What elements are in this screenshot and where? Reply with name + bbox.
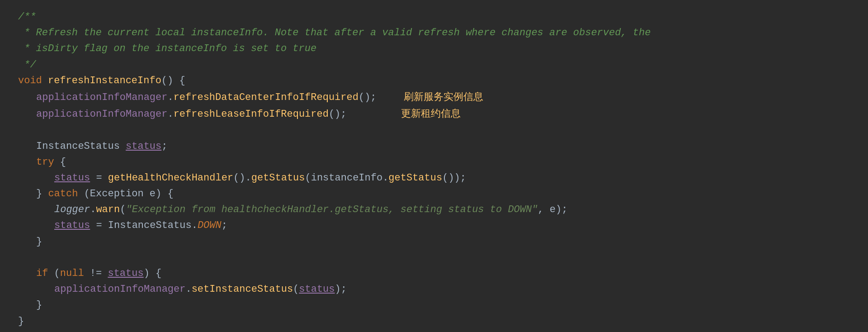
dot5: . xyxy=(185,281,191,297)
keyword-try: try xyxy=(36,154,60,170)
dot2: . xyxy=(167,106,173,122)
method-getstatus1: getStatus xyxy=(251,170,305,186)
brace-close3: } xyxy=(36,297,42,313)
code-line-6: applicationInfoManager.refreshDataCenter… xyxy=(18,89,850,105)
method-refresh-lease: refreshLeaseInfoIfRequired xyxy=(174,106,329,122)
code-line-11: status = getHealthCheckHandler().getStat… xyxy=(18,170,850,186)
paren2: ( xyxy=(305,170,311,186)
method-setinstancestatus: setInstanceStatus xyxy=(192,281,293,297)
paren-open: () { xyxy=(161,73,185,89)
code-line-10: try { xyxy=(18,154,850,170)
aim-ref3: applicationInfoManager xyxy=(54,281,185,297)
dot1: . xyxy=(167,90,173,105)
var-status2: status xyxy=(54,170,90,186)
code-line-14: status = InstanceStatus.DOWN; xyxy=(18,218,850,233)
code-view: /** * Refresh the current local instance… xyxy=(0,0,868,332)
method-refresh: refreshInstanceInfo xyxy=(48,73,161,89)
call1: (); xyxy=(359,90,377,105)
var-status1: status xyxy=(126,138,161,154)
code-line-16 xyxy=(18,250,850,266)
paren7: ) { xyxy=(144,266,162,281)
empty-line8 xyxy=(18,122,24,138)
paren5: ( xyxy=(120,202,126,218)
code-line-3: * isDirty flag on the instanceInfo is se… xyxy=(18,41,850,57)
code-line-7: applicationInfoManager.refreshLeaseInfoI… xyxy=(18,105,850,122)
comment-close: */ xyxy=(18,57,36,73)
var-status4: status xyxy=(108,266,143,281)
code-line-15: } xyxy=(18,234,850,250)
brace-close4: } xyxy=(18,313,24,329)
paren8: ( xyxy=(293,281,299,297)
method-warn: warn xyxy=(96,202,120,218)
paren4: ( xyxy=(84,186,90,202)
classname-exception: Exception xyxy=(90,186,150,202)
code-line-17: if (null != status) { xyxy=(18,266,850,281)
annotation-lease: 更新租约信息 xyxy=(401,105,461,121)
code-line-18: applicationInfoManager.setInstanceStatus… xyxy=(18,281,850,297)
param-e: e) { xyxy=(150,186,174,202)
aim-ref1: applicationInfoManager xyxy=(36,90,167,105)
code-line-2: * Refresh the current local instanceInfo… xyxy=(18,25,850,41)
comment-line2: * Refresh the current local instanceInfo… xyxy=(18,25,651,41)
dot3: . xyxy=(382,170,388,186)
paren1: (). xyxy=(233,170,251,186)
assign2: = xyxy=(90,218,108,233)
string-warn: "Exception from healthcheckHandler.getSt… xyxy=(126,202,538,218)
call2: (); xyxy=(329,106,347,122)
keyword-null: null xyxy=(60,266,90,281)
paren3: ()); xyxy=(442,170,466,186)
method-refresh-dc: refreshDataCenterInfoIfRequired xyxy=(174,90,359,105)
code-line-1: /** xyxy=(18,9,850,25)
semicolon2: ; xyxy=(222,218,227,233)
code-line-9: InstanceStatus status; xyxy=(18,138,850,154)
var-status3: status xyxy=(54,218,90,233)
code-line-5: void refreshInstanceInfo() { xyxy=(18,73,850,89)
method-gethch: getHealthCheckHandler xyxy=(108,170,233,186)
empty-line16 xyxy=(18,250,24,266)
comment-open: /** xyxy=(18,9,36,25)
comma1: , e); xyxy=(538,202,567,218)
keyword-if: if xyxy=(36,266,54,281)
aim-ref2: applicationInfoManager xyxy=(36,106,167,122)
instanceinfo-ref: instanceInfo xyxy=(311,170,382,186)
down-value: DOWN xyxy=(198,218,222,233)
classname-instancestatus: InstanceStatus xyxy=(36,138,126,154)
code-line-13: logger.warn("Exception from healthcheckH… xyxy=(18,202,850,218)
paren9: ); xyxy=(335,281,347,297)
semicolon1: ; xyxy=(161,138,167,154)
code-line-12: } catch (Exception e) { xyxy=(18,186,850,202)
brace-close2: } xyxy=(36,234,42,250)
paren6: ( xyxy=(54,266,60,281)
brace-close1: } xyxy=(36,186,48,202)
neq: != xyxy=(90,266,108,281)
assign1: = xyxy=(90,170,108,186)
annotation-refresh-instance: 刷新服务实例信息 xyxy=(404,89,483,104)
keyword-catch: catch xyxy=(48,186,84,202)
var-status5: status xyxy=(299,281,335,297)
code-line-4: */ xyxy=(18,57,850,73)
code-line-8 xyxy=(18,122,850,138)
comment-line3: * isDirty flag on the instanceInfo is se… xyxy=(18,41,316,57)
dot4: . xyxy=(90,202,96,218)
brace-open: { xyxy=(60,154,66,170)
code-line-19: } xyxy=(18,297,850,313)
logger-ref: logger xyxy=(54,202,90,218)
method-getstatus2: getStatus xyxy=(388,170,442,186)
code-line-20: } xyxy=(18,313,850,329)
classname-instancestatus2: InstanceStatus. xyxy=(108,218,198,233)
keyword-void: void xyxy=(18,73,48,89)
